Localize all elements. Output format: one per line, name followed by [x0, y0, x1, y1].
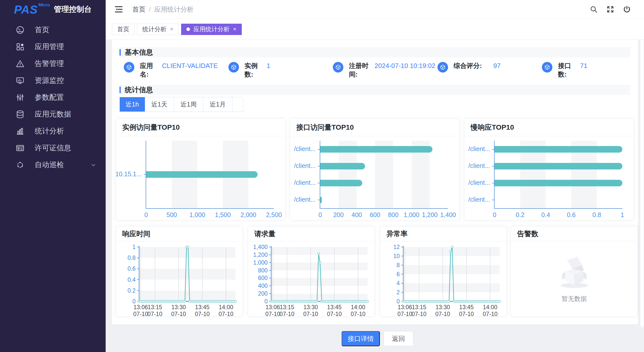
x-tick-label: 1	[607, 211, 637, 219]
category-tick	[492, 149, 494, 150]
brand-logo: PAS	[14, 3, 38, 16]
category-tick	[318, 183, 320, 183]
sidebar-item-label: 统计分析	[35, 126, 64, 136]
bar-2[interactable]	[495, 163, 622, 169]
page-tab-3[interactable]: 应用统计分析×	[181, 24, 242, 35]
x-axis-line	[494, 208, 622, 209]
y-tick-label: 6	[380, 271, 400, 278]
sidebar-item-7[interactable]: 统计分析	[0, 123, 106, 139]
category-tick	[318, 149, 320, 150]
section-title: 基本信息	[125, 48, 153, 57]
sidebar-item-8[interactable]: 许可证信息	[0, 139, 106, 156]
line-plot: 02004006008001,0001,2001,40013:0607-1013…	[271, 247, 368, 301]
bar-1[interactable]	[146, 171, 258, 178]
sidebar-item-1[interactable]: 首页	[0, 21, 106, 38]
main-panel: 基本信息 应用名:CLIENT-VALIDATE实例数:1注册时间:2024-0…	[112, 39, 638, 324]
bar-4[interactable]	[320, 197, 322, 203]
sidebar-item-label: 资源监控	[35, 76, 64, 86]
range-tab-label: 近1天	[151, 100, 168, 109]
y-tick-label: 1,200	[248, 252, 268, 258]
collapse-sidebar-icon[interactable]	[114, 5, 123, 14]
sidebar-item-label: 应用管理	[35, 42, 64, 52]
info-field-3: 注册时间:2024-07-10 10:19:02	[333, 61, 435, 79]
bar-1[interactable]	[495, 146, 622, 153]
sidebar-item-label: 自动巡检	[35, 160, 64, 170]
info-field-value: 2024-07-10 10:19:02	[375, 61, 435, 79]
range-tabs-filler	[232, 97, 243, 112]
page-tab-label: 首页	[117, 25, 129, 33]
interface-detail-button[interactable]: 接口详情	[342, 331, 380, 346]
bar-3[interactable]	[320, 180, 362, 186]
info-field-2: 实例数:1	[228, 61, 270, 79]
bar-plot: /client.../client.../client.../client...…	[320, 141, 448, 208]
bar-chart-icon	[16, 127, 25, 136]
chart-title: 实例访问量TOP10	[122, 123, 180, 132]
y-tick-label: 1,400	[248, 244, 268, 251]
sidebar-item-label: 首页	[35, 25, 49, 35]
bar-category-label: /client...	[288, 196, 316, 203]
range-tab-近1周[interactable]: 近1周	[174, 97, 203, 112]
line-chart-svg	[271, 247, 368, 301]
chart-card-接口访问量TOP10: 接口访问量TOP10/client.../client.../client...…	[290, 118, 460, 220]
y-tick-label: 8	[380, 262, 400, 269]
chart-card-header: 实例访问量TOP10	[116, 119, 285, 136]
logo[interactable]: PAS Micro 管理控制台	[0, 0, 106, 19]
category-tick	[492, 166, 494, 166]
close-icon[interactable]: ×	[170, 26, 173, 32]
cube-icon	[437, 62, 448, 73]
range-tab-近1天[interactable]: 近1天	[145, 97, 174, 112]
y-tick-label: 400	[248, 283, 268, 289]
page-tab-2[interactable]: 统计分析×	[137, 24, 179, 35]
page-tab-1[interactable]: 首页	[112, 24, 135, 35]
sidebar-item-6[interactable]: 应用元数据	[0, 106, 106, 123]
section-accent-bar	[119, 87, 121, 93]
empty-text: 暂无数据	[562, 295, 587, 303]
back-button[interactable]: 返回	[384, 331, 413, 346]
page-scrollbar-thumb[interactable]	[640, 35, 643, 327]
y-tick-label: 1,000	[248, 259, 268, 266]
range-tab-label: 近1周	[181, 100, 197, 109]
info-field-1: 应用名:CLIENT-VALIDATE	[124, 61, 218, 79]
info-field-5: 接口数:71	[542, 61, 587, 79]
sidebar: PAS Micro 管理控制台 首页应用管理告警管理资源监控参数配置应用元数据统…	[0, 0, 106, 352]
x-tick-label: 2,500	[259, 211, 289, 219]
category-tick	[144, 174, 146, 175]
range-tab-近1月[interactable]: 近1月	[203, 97, 232, 112]
info-field-value: CLIENT-VALIDATE	[162, 61, 218, 79]
info-field-4: 综合评分:97	[437, 61, 501, 73]
breadcrumb-current: 应用统计分析	[154, 5, 193, 14]
chart-card-header: 告警数	[511, 226, 637, 241]
warning-triangle-icon	[16, 59, 25, 68]
info-field-label: 接口数:	[558, 61, 576, 79]
power-icon[interactable]	[623, 5, 631, 13]
chevron-down-icon	[90, 162, 97, 168]
chart-card-告警数: 告警数暂无数据	[511, 226, 638, 316]
sidebar-item-3[interactable]: 告警管理	[0, 55, 106, 72]
y-tick-label: 10	[380, 253, 400, 260]
sidebar-menu: 首页应用管理告警管理资源监控参数配置应用元数据统计分析许可证信息自动巡检	[0, 19, 106, 173]
sidebar-item-9[interactable]: 自动巡检	[0, 156, 106, 173]
close-icon[interactable]: ×	[233, 26, 236, 32]
apps-grid-icon	[16, 42, 25, 51]
sidebar-item-2[interactable]: 应用管理	[0, 38, 106, 55]
bar-3[interactable]	[495, 180, 622, 186]
fullscreen-icon[interactable]	[606, 5, 614, 13]
bar-1[interactable]	[320, 146, 432, 153]
page-tab-label: 应用统计分析	[193, 25, 230, 33]
bar-category-label: /client...	[288, 179, 316, 186]
info-field-label: 综合评分:	[454, 61, 489, 73]
search-icon[interactable]	[590, 5, 598, 13]
chart-card-header: 响应时间	[116, 226, 243, 241]
chart-card-慢响应TOP10: 慢响应TOP10/client.../client.../client.../c…	[464, 118, 634, 220]
line-chart-svg	[139, 247, 235, 301]
range-tab-近1h[interactable]: 近1h	[120, 97, 145, 112]
app-root: PAS Micro 管理控制台 首页应用管理告警管理资源监控参数配置应用元数据统…	[0, 0, 644, 352]
y-tick-label: 4	[380, 280, 400, 287]
sidebar-item-5[interactable]: 参数配置	[0, 89, 106, 106]
breadcrumb-home[interactable]: 首页	[132, 5, 145, 14]
range-tab-label: 近1月	[210, 100, 226, 109]
bar-2[interactable]	[320, 163, 365, 169]
chart-title: 请求量	[254, 229, 275, 239]
topbar-icons	[590, 5, 631, 13]
sidebar-item-4[interactable]: 资源监控	[0, 72, 106, 89]
